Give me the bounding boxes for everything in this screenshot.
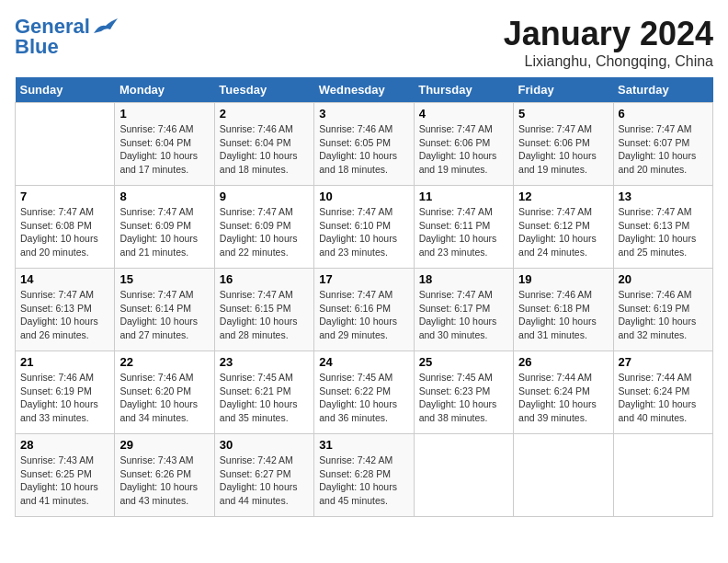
day-number: 20	[619, 272, 708, 286]
calendar-table: SundayMondayTuesdayWednesdayThursdayFrid…	[15, 77, 713, 517]
calendar-cell: 25Sunrise: 7:45 AM Sunset: 6:23 PM Dayli…	[414, 351, 513, 434]
calendar-cell: 3Sunrise: 7:46 AM Sunset: 6:05 PM Daylig…	[314, 103, 414, 186]
logo-subtext: Blue	[15, 35, 59, 59]
calendar-cell	[514, 434, 613, 517]
day-number: 8	[119, 190, 209, 203]
calendar-cell: 28Sunrise: 7:43 AM Sunset: 6:25 PM Dayli…	[16, 434, 115, 517]
calendar-cell: 8Sunrise: 7:47 AM Sunset: 6:09 PM Daylig…	[115, 186, 214, 269]
day-number: 27	[619, 355, 708, 369]
day-number: 19	[518, 272, 608, 286]
calendar-cell: 18Sunrise: 7:47 AM Sunset: 6:17 PM Dayli…	[414, 269, 513, 351]
header-day-thursday: Thursday	[414, 77, 513, 103]
calendar-cell: 20Sunrise: 7:46 AM Sunset: 6:19 PM Dayli…	[613, 269, 712, 351]
day-number: 30	[220, 438, 309, 452]
day-number: 17	[319, 272, 408, 286]
day-info: Sunrise: 7:43 AM Sunset: 6:26 PM Dayligh…	[119, 454, 209, 508]
day-info: Sunrise: 7:42 AM Sunset: 6:28 PM Dayligh…	[319, 454, 408, 508]
day-info: Sunrise: 7:47 AM Sunset: 6:07 PM Dayligh…	[619, 122, 708, 177]
day-number: 11	[419, 190, 508, 203]
calendar-cell: 17Sunrise: 7:47 AM Sunset: 6:16 PM Dayli…	[314, 269, 414, 351]
calendar-cell: 4Sunrise: 7:47 AM Sunset: 6:06 PM Daylig…	[414, 103, 513, 186]
calendar-cell: 7Sunrise: 7:47 AM Sunset: 6:08 PM Daylig…	[16, 186, 115, 269]
day-number: 13	[619, 190, 708, 203]
day-number: 9	[220, 190, 309, 203]
day-info: Sunrise: 7:47 AM Sunset: 6:13 PM Dayligh…	[619, 205, 708, 259]
week-row-4: 21Sunrise: 7:46 AM Sunset: 6:19 PM Dayli…	[16, 351, 713, 434]
day-number: 29	[119, 438, 209, 452]
day-number: 3	[319, 107, 408, 121]
week-row-3: 14Sunrise: 7:47 AM Sunset: 6:13 PM Dayli…	[16, 269, 713, 351]
day-number: 1	[119, 107, 209, 121]
calendar-cell	[613, 434, 712, 517]
day-info: Sunrise: 7:46 AM Sunset: 6:19 PM Dayligh…	[20, 371, 109, 425]
calendar-body: 1Sunrise: 7:46 AM Sunset: 6:04 PM Daylig…	[16, 103, 713, 517]
day-info: Sunrise: 7:43 AM Sunset: 6:25 PM Dayligh…	[20, 454, 109, 508]
day-info: Sunrise: 7:47 AM Sunset: 6:08 PM Dayligh…	[20, 205, 109, 259]
header-day-tuesday: Tuesday	[214, 77, 313, 103]
day-info: Sunrise: 7:46 AM Sunset: 6:04 PM Dayligh…	[119, 122, 209, 177]
day-info: Sunrise: 7:46 AM Sunset: 6:18 PM Dayligh…	[518, 288, 608, 342]
day-info: Sunrise: 7:47 AM Sunset: 6:15 PM Dayligh…	[220, 288, 309, 342]
calendar-cell: 24Sunrise: 7:45 AM Sunset: 6:22 PM Dayli…	[314, 351, 414, 434]
day-info: Sunrise: 7:46 AM Sunset: 6:19 PM Dayligh…	[619, 288, 708, 342]
location: Lixianghu, Chongqing, China	[504, 53, 713, 70]
calendar-cell: 11Sunrise: 7:47 AM Sunset: 6:11 PM Dayli…	[414, 186, 513, 269]
calendar-cell: 6Sunrise: 7:47 AM Sunset: 6:07 PM Daylig…	[613, 103, 712, 186]
day-number: 23	[220, 355, 309, 369]
calendar-cell	[414, 434, 513, 517]
day-number: 18	[419, 272, 508, 286]
calendar-cell: 19Sunrise: 7:46 AM Sunset: 6:18 PM Dayli…	[514, 269, 613, 351]
calendar-cell: 27Sunrise: 7:44 AM Sunset: 6:24 PM Dayli…	[613, 351, 712, 434]
day-number: 31	[319, 438, 408, 452]
week-row-5: 28Sunrise: 7:43 AM Sunset: 6:25 PM Dayli…	[16, 434, 713, 517]
day-info: Sunrise: 7:45 AM Sunset: 6:21 PM Dayligh…	[220, 371, 309, 425]
month-title: January 2024	[504, 15, 713, 53]
week-row-2: 7Sunrise: 7:47 AM Sunset: 6:08 PM Daylig…	[16, 186, 713, 269]
day-info: Sunrise: 7:47 AM Sunset: 6:12 PM Dayligh…	[518, 205, 608, 259]
calendar-cell: 21Sunrise: 7:46 AM Sunset: 6:19 PM Dayli…	[16, 351, 115, 434]
day-number: 21	[20, 355, 109, 369]
calendar-cell: 14Sunrise: 7:47 AM Sunset: 6:13 PM Dayli…	[16, 269, 115, 351]
day-number: 24	[319, 355, 408, 369]
day-info: Sunrise: 7:46 AM Sunset: 6:04 PM Dayligh…	[220, 122, 309, 177]
calendar-cell: 13Sunrise: 7:47 AM Sunset: 6:13 PM Dayli…	[613, 186, 712, 269]
calendar-cell: 26Sunrise: 7:44 AM Sunset: 6:24 PM Dayli…	[514, 351, 613, 434]
day-info: Sunrise: 7:46 AM Sunset: 6:05 PM Dayligh…	[319, 122, 408, 177]
calendar-cell: 30Sunrise: 7:42 AM Sunset: 6:27 PM Dayli…	[214, 434, 313, 517]
day-info: Sunrise: 7:47 AM Sunset: 6:11 PM Dayligh…	[419, 205, 508, 259]
day-number: 12	[518, 190, 608, 203]
day-number: 15	[119, 272, 209, 286]
day-info: Sunrise: 7:47 AM Sunset: 6:09 PM Dayligh…	[220, 205, 309, 259]
day-number: 25	[419, 355, 508, 369]
day-info: Sunrise: 7:47 AM Sunset: 6:06 PM Dayligh…	[518, 122, 608, 177]
calendar-cell	[16, 103, 115, 186]
day-info: Sunrise: 7:47 AM Sunset: 6:06 PM Dayligh…	[419, 122, 508, 177]
day-number: 10	[319, 190, 408, 203]
calendar-cell: 23Sunrise: 7:45 AM Sunset: 6:21 PM Dayli…	[214, 351, 313, 434]
logo-bird-icon	[92, 17, 119, 37]
day-info: Sunrise: 7:47 AM Sunset: 6:14 PM Dayligh…	[119, 288, 209, 342]
day-number: 4	[419, 107, 508, 121]
day-info: Sunrise: 7:47 AM Sunset: 6:17 PM Dayligh…	[419, 288, 508, 342]
header-row: SundayMondayTuesdayWednesdayThursdayFrid…	[16, 77, 713, 103]
day-info: Sunrise: 7:45 AM Sunset: 6:23 PM Dayligh…	[419, 371, 508, 425]
day-info: Sunrise: 7:44 AM Sunset: 6:24 PM Dayligh…	[518, 371, 608, 425]
logo: General Blue	[15, 15, 119, 59]
day-number: 26	[518, 355, 608, 369]
day-info: Sunrise: 7:47 AM Sunset: 6:16 PM Dayligh…	[319, 288, 408, 342]
day-number: 22	[119, 355, 209, 369]
day-info: Sunrise: 7:47 AM Sunset: 6:09 PM Dayligh…	[119, 205, 209, 259]
day-info: Sunrise: 7:42 AM Sunset: 6:27 PM Dayligh…	[220, 454, 309, 508]
day-info: Sunrise: 7:47 AM Sunset: 6:10 PM Dayligh…	[319, 205, 408, 259]
header-day-friday: Friday	[514, 77, 613, 103]
day-number: 28	[20, 438, 109, 452]
header-day-sunday: Sunday	[16, 77, 115, 103]
calendar-cell: 16Sunrise: 7:47 AM Sunset: 6:15 PM Dayli…	[214, 269, 313, 351]
header-day-saturday: Saturday	[613, 77, 712, 103]
day-info: Sunrise: 7:47 AM Sunset: 6:13 PM Dayligh…	[20, 288, 109, 342]
day-number: 7	[20, 190, 109, 203]
day-number: 16	[220, 272, 309, 286]
calendar-cell: 10Sunrise: 7:47 AM Sunset: 6:10 PM Dayli…	[314, 186, 414, 269]
day-number: 2	[220, 107, 309, 121]
day-info: Sunrise: 7:44 AM Sunset: 6:24 PM Dayligh…	[619, 371, 708, 425]
